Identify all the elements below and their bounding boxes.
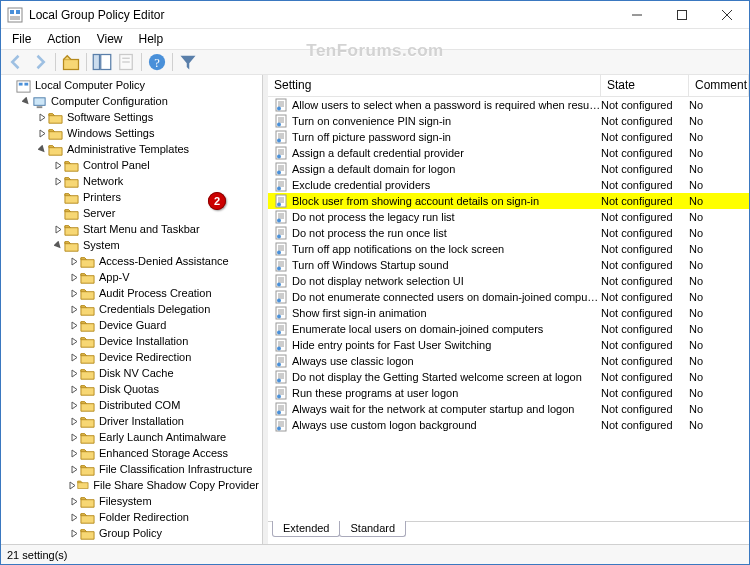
menu-view[interactable]: View: [90, 30, 130, 48]
tree-item-disk-quotas[interactable]: Disk Quotas: [68, 381, 260, 397]
expander-closed-icon[interactable]: [52, 159, 64, 171]
expander-closed-icon[interactable]: [68, 335, 80, 347]
expander-closed-icon[interactable]: [68, 255, 80, 267]
tree-item-computer-configuration[interactable]: Computer Configuration: [20, 93, 260, 109]
setting-row[interactable]: Do not process the legacy run listNot co…: [268, 209, 749, 225]
expander-closed-icon[interactable]: [68, 431, 80, 443]
expander-closed-icon[interactable]: [68, 287, 80, 299]
tree-item-administrative-templates[interactable]: Administrative Templates: [36, 141, 260, 157]
tree-item-file-share-shadow-copy-provider[interactable]: File Share Shadow Copy Provider: [68, 477, 260, 493]
expander-closed-icon[interactable]: [68, 367, 80, 379]
tree-item-device-installation[interactable]: Device Installation: [68, 333, 260, 349]
setting-row[interactable]: Turn off picture password sign-inNot con…: [268, 129, 749, 145]
tree-item-file-classification-infrastructure[interactable]: File Classification Infrastructure: [68, 461, 260, 477]
tree-item-device-redirection[interactable]: Device Redirection: [68, 349, 260, 365]
expander-closed-icon[interactable]: [68, 383, 80, 395]
expander-closed-icon[interactable]: [68, 543, 77, 544]
expander-closed-icon[interactable]: [68, 303, 80, 315]
tree-item-enhanced-storage-access[interactable]: Enhanced Storage Access: [68, 445, 260, 461]
setting-row[interactable]: Turn on convenience PIN sign-inNot confi…: [268, 113, 749, 129]
setting-row[interactable]: Do not enumerate connected users on doma…: [268, 289, 749, 305]
setting-row[interactable]: Run these programs at user logonNot conf…: [268, 385, 749, 401]
tree-item-access-denied-assistance[interactable]: Access-Denied Assistance: [68, 253, 260, 269]
expander-closed-icon[interactable]: [68, 271, 80, 283]
column-state[interactable]: State: [601, 75, 689, 96]
tree-item-app-v[interactable]: App-V: [68, 269, 260, 285]
show-hide-tree-button[interactable]: [91, 51, 113, 73]
expander-closed-icon[interactable]: [68, 351, 80, 363]
expander-closed-icon[interactable]: [52, 175, 64, 187]
close-button[interactable]: [704, 1, 749, 28]
expander-closed-icon[interactable]: [68, 447, 80, 459]
expander-open-icon[interactable]: [52, 239, 64, 251]
expander-open-icon[interactable]: [20, 95, 32, 107]
setting-row[interactable]: Do not process the run once listNot conf…: [268, 225, 749, 241]
menu-action[interactable]: Action: [40, 30, 87, 48]
tree-item-internet-communication-management[interactable]: Internet Communication Management: [68, 541, 260, 544]
minimize-button[interactable]: [614, 1, 659, 28]
setting-row[interactable]: Exclude credential providersNot configur…: [268, 177, 749, 193]
setting-row[interactable]: Always wait for the network at computer …: [268, 401, 749, 417]
setting-row[interactable]: Block user from showing account details …: [268, 193, 749, 209]
setting-row[interactable]: Always use classic logonNot configuredNo: [268, 353, 749, 369]
expander-closed-icon[interactable]: [68, 479, 77, 491]
menu-help[interactable]: Help: [132, 30, 171, 48]
expander-closed-icon[interactable]: [36, 127, 48, 139]
setting-row[interactable]: Do not display the Getting Started welco…: [268, 369, 749, 385]
tree-item-control-panel[interactable]: Control Panel: [52, 157, 260, 173]
expander-closed-icon[interactable]: [52, 207, 64, 219]
maximize-button[interactable]: [659, 1, 704, 28]
tree-item-root[interactable]: Local Computer Policy: [4, 77, 260, 93]
tree-item-folder-redirection[interactable]: Folder Redirection: [68, 509, 260, 525]
tree-item-group-policy[interactable]: Group Policy: [68, 525, 260, 541]
column-comment[interactable]: Comment: [689, 75, 749, 96]
expander-closed-icon[interactable]: [68, 463, 80, 475]
tree-item-early-launch-antimalware[interactable]: Early Launch Antimalware: [68, 429, 260, 445]
setting-row[interactable]: Do not display network selection UINot c…: [268, 273, 749, 289]
export-list-button[interactable]: [115, 51, 137, 73]
tree-item-distributed-com[interactable]: Distributed COM: [68, 397, 260, 413]
setting-row[interactable]: Assign a default credential providerNot …: [268, 145, 749, 161]
tree-item-windows-settings[interactable]: Windows Settings: [36, 125, 260, 141]
column-setting[interactable]: Setting: [268, 75, 601, 96]
setting-row[interactable]: Hide entry points for Fast User Switchin…: [268, 337, 749, 353]
expander-open-icon[interactable]: [36, 143, 48, 155]
expander-closed-icon[interactable]: [52, 223, 64, 235]
tree-item-system[interactable]: System: [52, 237, 260, 253]
tree-item-disk-nv-cache[interactable]: Disk NV Cache: [68, 365, 260, 381]
forward-button[interactable]: [29, 51, 51, 73]
menu-file[interactable]: File: [5, 30, 38, 48]
tab-extended[interactable]: Extended: [272, 521, 340, 537]
tree-item-device-guard[interactable]: Device Guard: [68, 317, 260, 333]
filter-button[interactable]: [177, 51, 199, 73]
setting-row[interactable]: Turn off Windows Startup soundNot config…: [268, 257, 749, 273]
setting-row[interactable]: Always use custom logon backgroundNot co…: [268, 417, 749, 433]
setting-row[interactable]: Assign a default domain for logonNot con…: [268, 161, 749, 177]
tree-item-start-menu[interactable]: Start Menu and Taskbar: [52, 221, 260, 237]
tree-item-server[interactable]: Server: [52, 205, 260, 221]
help-button[interactable]: ?: [146, 51, 168, 73]
back-button[interactable]: [5, 51, 27, 73]
tree-pane[interactable]: Local Computer PolicyComputer Configurat…: [1, 75, 263, 544]
settings-list[interactable]: Allow users to select when a password is…: [268, 97, 749, 522]
expander-closed-icon[interactable]: [68, 415, 80, 427]
expander-closed-icon[interactable]: [68, 511, 80, 523]
tree-item-filesystem[interactable]: Filesystem: [68, 493, 260, 509]
expander-closed-icon[interactable]: [68, 319, 80, 331]
expander-closed-icon[interactable]: [68, 399, 80, 411]
expander-closed-icon[interactable]: [68, 527, 80, 539]
tree-item-printers[interactable]: Printers: [52, 189, 260, 205]
expander-closed-icon[interactable]: [52, 191, 64, 203]
tree-item-network[interactable]: Network: [52, 173, 260, 189]
setting-row[interactable]: Enumerate local users on domain-joined c…: [268, 321, 749, 337]
tree-item-audit-process-creation[interactable]: Audit Process Creation: [68, 285, 260, 301]
expander-closed-icon[interactable]: [36, 111, 48, 123]
tab-standard[interactable]: Standard: [339, 521, 406, 537]
titlebar[interactable]: Local Group Policy Editor: [1, 1, 749, 29]
tree-item-software-settings[interactable]: Software Settings: [36, 109, 260, 125]
tree-item-driver-installation[interactable]: Driver Installation: [68, 413, 260, 429]
up-button[interactable]: [60, 51, 82, 73]
setting-row[interactable]: Allow users to select when a password is…: [268, 97, 749, 113]
setting-row[interactable]: Turn off app notifications on the lock s…: [268, 241, 749, 257]
tree-item-credentials-delegation[interactable]: Credentials Delegation: [68, 301, 260, 317]
